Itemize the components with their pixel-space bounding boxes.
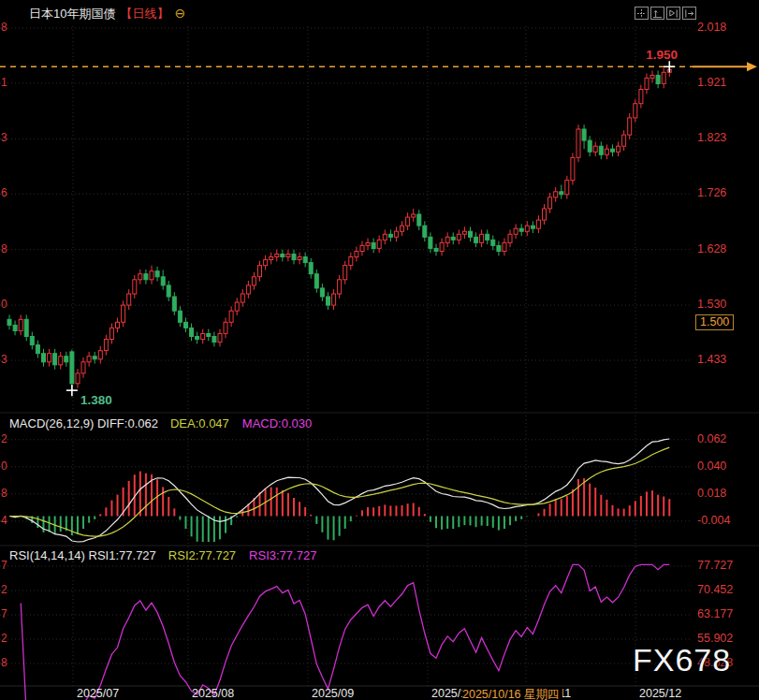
price-axis-left-digit: 0 <box>1 298 7 311</box>
macd-dea-value: DEA:0.047 <box>170 416 229 430</box>
collapse-indicator-icon[interactable]: ⊖ <box>174 6 185 21</box>
time-axis-label: 2025/07 <box>77 687 119 700</box>
time-axis-label: 2025/09 <box>312 687 354 700</box>
time-axis-label: 2025/08 <box>192 687 234 700</box>
price-axis-label: 1.726 <box>697 186 726 199</box>
macd-plot <box>9 439 669 542</box>
macd-diff-value: MACD(26,12,9) DIFF:0.062 <box>9 416 158 430</box>
extreme-markers <box>66 61 675 396</box>
crosshair-icon[interactable] <box>635 7 649 20</box>
price-axis-left-digit: 3 <box>1 131 7 144</box>
instrument-title: 日本10年期国债 <box>29 7 115 21</box>
macd-axis-left-digit: 8 <box>1 487 7 500</box>
macd-axis-left-digit: 0 <box>1 459 7 473</box>
last-price-label: 1.950 <box>636 48 678 62</box>
rsi1-value: RSI(14,14,14) RSI1:77.727 <box>9 548 156 562</box>
price-axis-left-digit: 8 <box>1 21 7 34</box>
alert-price-tag: 1.500 <box>695 314 734 330</box>
price-axis-label: 1.433 <box>697 353 726 366</box>
period-low-label: 1.380 <box>80 393 112 407</box>
price-axis-label: 1.921 <box>697 76 726 89</box>
rsi-line <box>21 564 669 700</box>
last-price-line <box>0 62 757 71</box>
price-axis-left-digit: 3 <box>1 353 7 366</box>
rsi-header: RSI(14,14,14) RSI1:77.727RSI2:77.727RSI3… <box>9 548 316 562</box>
rsi-axis-left-digit: 2 <box>1 632 7 645</box>
rsi-axis-label: 77.727 <box>697 559 733 572</box>
axis-scale-icon[interactable] <box>650 7 664 20</box>
rsi3-value: RSI3:77.727 <box>249 548 316 562</box>
macd-axis-left-digit: 2 <box>1 432 7 445</box>
macd-axis-label: 0.040 <box>697 459 726 473</box>
macd-axis-label: -0.004 <box>697 514 730 527</box>
rsi-axis-label: 70.452 <box>697 583 733 596</box>
macd-macd-value: MACD:0.030 <box>242 416 312 430</box>
macd-axis-left-digit: 4 <box>1 514 7 527</box>
price-axis-label: 1.628 <box>697 242 726 255</box>
chart-header: 日本10年期国债【日线】⊖ <box>29 6 185 22</box>
time-axis-label: 2025/12 <box>639 687 681 700</box>
price-axis-label: 2.018 <box>697 21 726 34</box>
rsi-axis-left-digit: 2 <box>1 583 7 596</box>
watermark: FX678 <box>633 642 731 678</box>
rsi-axis-left-digit: 8 <box>1 656 7 669</box>
price-axis-left-digit: 1 <box>1 76 7 89</box>
price-axis-label: 1.530 <box>697 298 726 311</box>
rsi-axis-left-digit: 7 <box>1 559 7 572</box>
chart-window: 日本10年期国债【日线】⊖ 2.01881.92111.82331.72661.… <box>0 0 759 700</box>
pan-right-icon[interactable] <box>682 7 696 20</box>
chart-canvas <box>0 0 759 700</box>
macd-axis-label: 0.062 <box>697 432 726 445</box>
candlesticks <box>7 66 671 390</box>
playback-icon[interactable] <box>666 7 680 20</box>
rsi-axis-label: 63.177 <box>697 607 733 620</box>
chart-toolbar <box>635 7 696 20</box>
crosshair-date-label: 2025/10/16 星期四 <box>462 687 562 700</box>
rsi-axis-left-digit: 7 <box>1 607 7 620</box>
gridlines <box>0 26 759 686</box>
price-axis-left-digit: 8 <box>1 242 7 255</box>
macd-axis-label: 0.018 <box>697 487 726 500</box>
price-axis-label: 1.823 <box>697 131 726 144</box>
period-tag: 【日线】 <box>120 7 168 21</box>
price-axis-left-digit: 6 <box>1 186 7 199</box>
macd-header: MACD(26,12,9) DIFF:0.062DEA:0.047MACD:0.… <box>9 416 312 430</box>
rsi2-value: RSI2:77.727 <box>168 548 236 562</box>
